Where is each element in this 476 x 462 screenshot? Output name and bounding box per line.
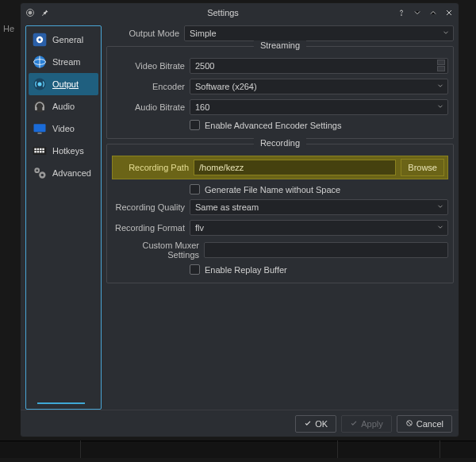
svg-rect-13 (34, 124, 46, 132)
svg-rect-11 (35, 107, 37, 110)
sidebar-item-label: General (52, 35, 83, 44)
sidebar-item-video[interactable]: Video (29, 117, 98, 140)
video-bitrate-label: Video Bitrate (112, 61, 185, 71)
maximize-icon[interactable] (428, 8, 438, 17)
sidebar-item-advanced[interactable]: Advanced (29, 162, 98, 184)
output-mode-label: Output Mode (106, 29, 179, 38)
recording-quality-value: Same as stream (195, 202, 259, 212)
checkbox-icon[interactable] (190, 264, 200, 275)
spinner-icon[interactable] (437, 60, 445, 71)
sidebar-item-audio[interactable]: Audio (29, 95, 98, 117)
bottom-panel-strip (0, 441, 476, 458)
apply-button[interactable]: Apply (341, 415, 392, 433)
ok-button[interactable]: OK (295, 415, 336, 433)
sidebar-item-hotkeys[interactable]: Hotkeys (29, 140, 98, 162)
output-mode-select[interactable]: Simple (184, 25, 454, 41)
browse-button[interactable]: Browse (401, 159, 444, 176)
svg-rect-18 (40, 148, 42, 151)
recording-quality-select[interactable]: Same as stream (190, 199, 448, 215)
svg-point-27 (41, 174, 44, 176)
dialog-footer: OK Apply Cancel (21, 410, 459, 437)
dialog-title: Settings (49, 8, 397, 17)
video-bitrate-row: Video Bitrate 2500 (112, 58, 448, 74)
audio-bitrate-select[interactable]: 160 (190, 99, 448, 115)
sidebar-item-label: Output (52, 79, 79, 89)
replay-buffer-label: Enable Replay Buffer (205, 265, 287, 275)
help-icon[interactable] (397, 8, 406, 17)
video-bitrate-value: 2500 (195, 61, 214, 71)
svg-point-2 (401, 15, 402, 16)
recording-format-value: flv (195, 223, 204, 233)
output-mode-value: Simple (190, 29, 217, 38)
close-icon[interactable] (444, 8, 454, 17)
checkbox-icon[interactable] (190, 120, 200, 130)
keyboard-icon (32, 143, 48, 159)
sidebar-item-label: Audio (52, 102, 75, 111)
svg-rect-19 (42, 148, 44, 151)
headphones-icon (32, 98, 48, 114)
svg-point-5 (38, 38, 40, 40)
audio-bitrate-row: Audio Bitrate 160 (112, 99, 448, 115)
advanced-encoder-checkbox-row[interactable]: Enable Advanced Encoder Settings (190, 120, 448, 130)
svg-point-26 (36, 169, 38, 171)
app-icon (25, 8, 35, 17)
monitor-icon (32, 121, 48, 137)
svg-point-9 (38, 83, 42, 87)
recording-format-row: Recording Format flv (112, 220, 448, 236)
muxer-input[interactable] (204, 242, 448, 258)
recording-quality-row: Recording Quality Same as stream (112, 199, 448, 215)
audio-bitrate-value: 160 (195, 102, 209, 112)
svg-rect-17 (37, 148, 40, 151)
svg-rect-23 (42, 151, 44, 153)
svg-rect-16 (34, 148, 36, 151)
pin-icon[interactable] (40, 8, 49, 17)
svg-rect-22 (40, 151, 42, 153)
encoder-label: Encoder (112, 82, 185, 91)
sidebar-item-stream[interactable]: Stream (29, 51, 98, 73)
filename-nospace-checkbox-row[interactable]: Generate File Name without Space (190, 184, 448, 194)
minimize-icon[interactable] (413, 8, 422, 17)
advanced-encoder-label: Enable Advanced Encoder Settings (205, 121, 341, 130)
recording-path-value: /home/kezz (199, 163, 244, 172)
recording-path-row: Recording Path /home/kezz Browse (112, 156, 448, 179)
recording-path-label: Recording Path (116, 163, 189, 172)
settings-dialog: Settings General (20, 2, 459, 437)
recording-group: Recording Recording Path /home/kezz Brow… (106, 144, 454, 283)
titlebar: Settings (21, 3, 459, 22)
cancel-icon (405, 419, 413, 429)
chevron-down-icon (436, 223, 444, 233)
checkbox-icon[interactable] (190, 184, 200, 194)
video-bitrate-input[interactable]: 2500 (190, 58, 448, 74)
sidebar-item-output[interactable]: Output (29, 73, 98, 95)
recording-path-input[interactable]: /home/kezz (194, 160, 396, 175)
svg-rect-12 (42, 107, 44, 110)
check-icon (304, 419, 312, 429)
gear-icon (32, 32, 48, 48)
output-mode-row: Output Mode Simple (106, 25, 454, 41)
globe-icon (32, 54, 48, 70)
broadcast-icon (32, 76, 48, 92)
encoder-select[interactable]: Software (x264) (190, 79, 448, 94)
chevron-down-icon (436, 102, 444, 112)
streaming-title: Streaming (254, 40, 306, 50)
main-panel: Output Mode Simple Streaming Video Bitra… (106, 25, 454, 410)
sidebar-item-label: Stream (52, 57, 80, 67)
cancel-button[interactable]: Cancel (397, 415, 452, 433)
settings-sidebar: General Stream Output Audio (25, 25, 102, 410)
svg-point-1 (29, 11, 32, 14)
replay-buffer-checkbox-row[interactable]: Enable Replay Buffer (190, 264, 448, 275)
sidebar-item-label: Advanced (52, 168, 91, 178)
sidebar-scroll-indicator (37, 402, 85, 404)
sidebar-item-label: Hotkeys (52, 146, 84, 156)
cogs-icon (32, 165, 48, 181)
muxer-label: Custom Muxer Settings (112, 241, 199, 260)
recording-format-label: Recording Format (112, 223, 185, 233)
recording-format-select[interactable]: flv (190, 220, 448, 236)
recording-quality-label: Recording Quality (112, 202, 185, 212)
filename-nospace-label: Generate File Name without Space (205, 185, 340, 194)
check-icon (350, 419, 358, 429)
chevron-down-icon (436, 82, 444, 91)
svg-rect-14 (38, 133, 42, 134)
encoder-row: Encoder Software (x264) (112, 79, 448, 94)
sidebar-item-general[interactable]: General (29, 29, 98, 51)
